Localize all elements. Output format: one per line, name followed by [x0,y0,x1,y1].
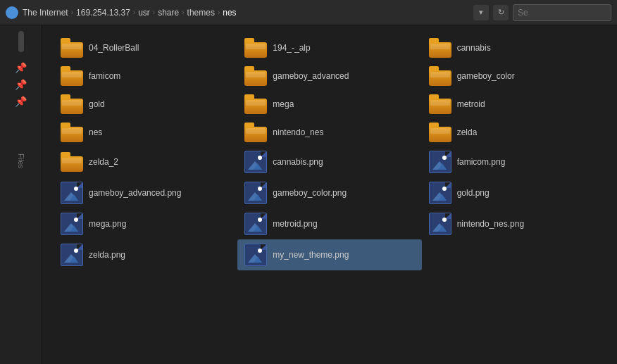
main-layout: 📌 📌 📌 Files 04_RollerBall 194_-_alp [0,25,617,364]
image-file-item[interactable]: zelda.png [54,239,237,270]
folder-item[interactable]: famicom [54,62,237,90]
breadcrumb-sep-3: › [182,8,184,16]
mountain-decoration [248,191,262,201]
image-icon [61,244,83,266]
sidebar: 📌 📌 📌 Files [0,25,42,364]
folder-item[interactable]: zelda [422,118,606,146]
folder-icon [429,66,451,86]
folder-icon [429,123,451,142]
image-file-item[interactable]: mega.png [54,208,237,239]
image-file-item[interactable]: gold.png [422,177,606,208]
sidebar-pin-2[interactable]: 📌 [14,77,28,92]
folder-name: 194_-_alp [273,43,310,53]
image-file-name: famicom.png [457,157,506,167]
folder-icon [429,38,451,58]
folder-item[interactable]: metroid [422,90,606,118]
image-file-name: zelda.png [89,250,125,260]
breadcrumb-host[interactable]: 169.254.13.37 [76,8,130,18]
breadcrumb-usr[interactable]: usr [138,8,150,18]
image-file-name: gameboy_color.png [273,188,347,198]
image-icon [429,213,451,235]
mountain-decoration [248,160,262,170]
titlebar-controls: ▾ ↻ [473,4,611,21]
folder-item[interactable]: zelda_2 [54,146,237,177]
mountain-decoration [248,253,262,263]
sidebar-scrollbar [18,31,24,52]
breadcrumb-sep-2: › [153,8,155,16]
breadcrumb-sep-1: › [133,8,135,16]
image-icon [244,244,267,266]
folder-name: gameboy_advanced [273,71,349,81]
folder-name: nes [89,127,102,137]
image-icon [429,182,451,204]
folder-icon [61,94,83,114]
folder-item[interactable]: gameboy_advanced [237,62,421,90]
folder-item[interactable]: 04_RollerBall [54,34,237,62]
mountain-decoration [432,222,447,232]
refresh-button[interactable]: ↻ [493,5,509,20]
folder-item[interactable]: mega [237,90,421,118]
image-file-item-selected[interactable]: my_new_theme.png [237,239,421,270]
folder-name: gameboy_color [457,71,515,81]
image-icon [429,151,451,173]
folder-icon [61,152,83,172]
breadcrumb-themes[interactable]: themes [187,8,215,18]
folder-icon [244,38,267,58]
image-icon [61,213,83,235]
folder-item[interactable]: 194_-_alp [237,34,421,62]
folder-icon [244,94,267,114]
folder-icon [244,123,267,142]
search-input[interactable] [513,4,611,21]
mountain-decoration [432,191,447,201]
folder-name: famicom [89,71,120,81]
file-browser-content: 04_RollerBall 194_-_alp cannabis [42,25,617,364]
folder-name: mega [273,99,294,109]
image-file-name: gameboy_advanced.png [89,188,181,198]
image-file-item[interactable]: gameboy_advanced.png [54,177,237,208]
image-file-item[interactable]: metroid.png [237,208,421,239]
breadcrumb-sep-4: › [218,8,220,16]
folder-icon [61,66,83,86]
breadcrumb-the-internet[interactable]: The Internet [23,8,68,18]
folder-item[interactable]: nes [54,118,237,146]
image-file-name: cannabis.png [273,157,323,167]
folder-name: gold [89,99,105,109]
folder-item[interactable]: gameboy_color [422,62,606,90]
breadcrumb-share[interactable]: share [158,8,179,18]
sidebar-pin-3[interactable]: 📌 [14,94,28,108]
mountain-decoration [64,191,78,201]
image-file-item[interactable]: nintendo_nes.png [422,208,606,239]
image-file-name: metroid.png [273,219,317,229]
folder-name: nintendo_nes [273,127,323,137]
sidebar-pin-1[interactable]: 📌 [14,61,28,75]
folder-name: cannabis [457,43,491,53]
breadcrumb-sep-0: › [71,8,73,16]
image-file-item[interactable]: gameboy_color.png [237,177,421,208]
file-grid: 04_RollerBall 194_-_alp cannabis [54,34,606,270]
breadcrumb-nes[interactable]: nes [223,8,236,18]
dropdown-button[interactable]: ▾ [473,5,489,20]
app-logo [6,6,18,19]
image-file-item[interactable]: famicom.png [422,146,606,177]
mountain-decoration [432,160,447,170]
folder-item[interactable]: gold [54,90,237,118]
image-file-name: nintendo_nes.png [457,219,524,229]
folder-name: zelda_2 [89,157,118,167]
image-icon [61,182,83,204]
folder-item[interactable]: cannabis [422,34,606,62]
mountain-decoration [248,222,262,232]
image-file-item[interactable]: cannabis.png [237,146,421,177]
image-file-name: my_new_theme.png [273,250,349,260]
folder-item[interactable]: nintendo_nes [237,118,421,146]
breadcrumb: The Internet › 169.254.13.37 › usr › sha… [23,8,469,18]
folder-icon [429,94,451,114]
image-icon [244,213,267,235]
image-file-name: mega.png [89,219,126,229]
folder-name: zelda [457,127,478,137]
folder-name: 04_RollerBall [89,43,139,53]
folder-name: metroid [457,99,485,109]
folder-icon [61,123,83,142]
folder-icon [244,66,267,86]
image-icon [244,182,267,204]
mountain-decoration [64,222,78,232]
